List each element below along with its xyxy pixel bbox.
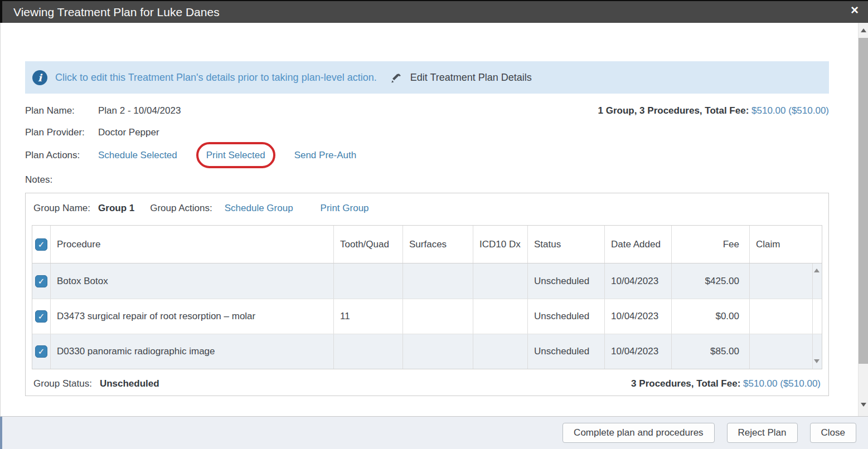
group-summary: 3 Procedures, Total Fee: $510.00 ($510.0… xyxy=(631,378,821,389)
col-procedure: Procedure xyxy=(51,226,334,263)
cell-claim xyxy=(750,299,813,334)
cell-status: Unscheduled xyxy=(528,334,605,369)
cell-checkbox: ✓ xyxy=(32,263,51,299)
dialog-footer: Complete plan and procedures Reject Plan… xyxy=(0,416,868,449)
row-checkbox[interactable]: ✓ xyxy=(35,310,47,323)
group-box: Group Name: Group 1 Group Actions: Sched… xyxy=(25,193,829,396)
banner-message[interactable]: Click to edit this Treatment Plan's deta… xyxy=(55,72,377,84)
table-scroll-down-icon[interactable] xyxy=(814,359,819,363)
info-icon: i xyxy=(32,70,47,85)
dialog-scrollbar[interactable] xyxy=(858,23,868,417)
col-icd10: ICD10 Dx xyxy=(473,226,528,263)
info-banner: i Click to edit this Treatment Plan's de… xyxy=(25,61,829,94)
cell-claim xyxy=(750,334,813,369)
cell-claim xyxy=(750,263,813,299)
group-actions-label: Group Actions: xyxy=(150,203,212,214)
table-header-row: ✓ Procedure Tooth/Quad Surfaces ICD10 Dx… xyxy=(32,226,822,263)
cell-surfaces xyxy=(403,299,473,334)
plan-summary-fee: $510.00 ($510.00) xyxy=(751,105,829,116)
complete-plan-button[interactable]: Complete plan and procedures xyxy=(562,423,714,443)
group-status-label: Group Status: xyxy=(33,378,92,389)
send-pre-auth-link[interactable]: Send Pre-Auth xyxy=(294,150,357,160)
cell-date-added: 10/04/2023 xyxy=(605,263,672,299)
cell-date-added: 10/04/2023 xyxy=(605,299,672,334)
plan-summary-label: 1 Group, 3 Procedures, Total Fee: xyxy=(598,105,749,116)
cell-scroll-gutter xyxy=(813,334,822,369)
plan-name-value: Plan 2 - 10/04/2023 xyxy=(98,105,181,116)
cell-tooth-quad xyxy=(334,263,403,299)
cell-surfaces xyxy=(403,263,473,299)
dialog-body: i Click to edit this Treatment Plan's de… xyxy=(0,23,858,416)
reject-plan-button[interactable]: Reject Plan xyxy=(727,423,798,443)
plan-summary: 1 Group, 3 Procedures, Total Fee: $510.0… xyxy=(598,105,830,116)
col-surfaces: Surfaces xyxy=(403,226,473,263)
plan-name-label: Plan Name: xyxy=(25,105,98,116)
cell-checkbox: ✓ xyxy=(32,334,51,369)
schedule-group-link[interactable]: Schedule Group xyxy=(225,203,293,214)
cell-surfaces xyxy=(403,334,473,369)
col-date-added: Date Added xyxy=(605,226,672,263)
edit-treatment-plan-link[interactable]: Edit Treatment Plan Details xyxy=(410,72,532,84)
table-row: ✓D3473 surgical repair of root resorptio… xyxy=(32,299,822,334)
group-summary-fee: $510.00 ($510.00) xyxy=(743,378,821,389)
group-name-label: Group Name: xyxy=(33,203,90,214)
table-row: ✓D0330 panoramic radiographic imageUnsch… xyxy=(32,334,822,369)
cell-tooth-quad xyxy=(334,334,403,369)
cell-fee: $85.00 xyxy=(672,334,750,369)
table-body: ✓Botox BotoxUnscheduled10/04/2023$425.00… xyxy=(32,263,822,369)
procedures-table: ✓ Procedure Tooth/Quad Surfaces ICD10 Dx… xyxy=(32,225,822,369)
group-summary-label: 3 Procedures, Total Fee: xyxy=(631,378,740,389)
cell-fee: $0.00 xyxy=(672,299,750,334)
pencil-icon xyxy=(391,72,403,84)
cell-checkbox: ✓ xyxy=(32,299,51,334)
dialog-title: Viewing Treatment Plan for Luke Danes xyxy=(13,6,220,19)
schedule-selected-link[interactable]: Schedule Selected xyxy=(98,150,177,160)
col-tooth-quad: Tooth/Quad xyxy=(334,226,403,263)
scroll-down-icon[interactable] xyxy=(859,399,868,410)
group-name-value: Group 1 xyxy=(98,203,134,214)
cell-procedure: D0330 panoramic radiographic image xyxy=(51,334,334,369)
plan-actions-label: Plan Actions: xyxy=(25,150,98,161)
close-icon[interactable]: × xyxy=(851,3,859,17)
close-button[interactable]: Close xyxy=(810,423,856,443)
cell-status: Unscheduled xyxy=(528,263,605,299)
notes-label: Notes: xyxy=(25,174,98,186)
cell-fee: $425.00 xyxy=(672,263,750,299)
col-status: Status xyxy=(528,226,605,263)
print-group-link[interactable]: Print Group xyxy=(321,203,369,214)
cell-procedure: Botox Botox xyxy=(51,263,334,299)
footer-edge-strip xyxy=(0,417,2,449)
row-checkbox[interactable]: ✓ xyxy=(35,275,47,287)
table-scroll-up-icon[interactable] xyxy=(814,269,819,272)
group-status-value: Unscheduled xyxy=(100,378,159,389)
print-selected-link[interactable]: Print Selected xyxy=(206,150,265,160)
cell-scroll-gutter xyxy=(813,299,822,334)
col-claim: Claim xyxy=(750,226,822,263)
cell-status: Unscheduled xyxy=(528,299,605,334)
col-fee: Fee xyxy=(672,226,750,263)
cell-date-added: 10/04/2023 xyxy=(605,334,672,369)
row-checkbox[interactable]: ✓ xyxy=(35,345,47,358)
table-row: ✓Botox BotoxUnscheduled10/04/2023$425.00 xyxy=(32,263,822,299)
cell-icd10 xyxy=(473,263,528,299)
cell-tooth-quad: 11 xyxy=(334,299,403,334)
scroll-up-icon[interactable] xyxy=(859,25,868,36)
cell-icd10 xyxy=(473,334,528,369)
plan-provider-value: Doctor Pepper xyxy=(98,127,159,138)
scrollbar-thumb[interactable] xyxy=(859,38,868,364)
plan-provider-label: Plan Provider: xyxy=(25,127,98,138)
cell-procedure: D3473 surgical repair of root resorption… xyxy=(51,299,334,334)
select-all-checkbox[interactable]: ✓ xyxy=(35,238,47,251)
cell-icd10 xyxy=(473,299,528,334)
dialog-titlebar: Viewing Treatment Plan for Luke Danes × xyxy=(0,0,868,23)
